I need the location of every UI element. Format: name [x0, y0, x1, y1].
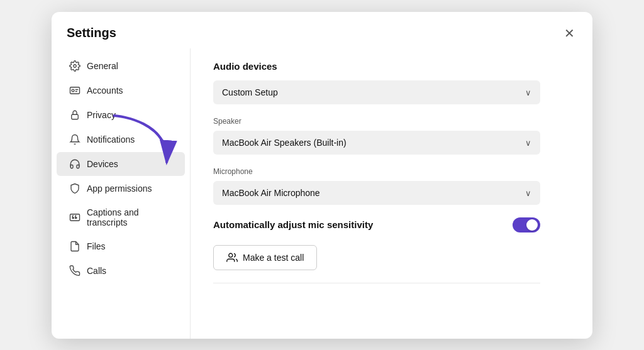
sidebar-label-files: Files: [87, 241, 106, 251]
headset-icon: [69, 158, 80, 170]
modal-title: Settings: [67, 26, 116, 40]
auto-adjust-label: Automatically adjust mic sensitivity: [213, 219, 373, 230]
sidebar-item-app-permissions[interactable]: App permissions: [57, 177, 185, 200]
test-call-label: Make a test call: [243, 253, 304, 263]
svg-rect-5: [72, 114, 79, 119]
sidebar-item-notifications[interactable]: Notifications: [57, 128, 185, 151]
shield-icon: [69, 183, 80, 194]
microphone-dropdown-wrapper: MacBook Air Microphone Default ∨: [213, 181, 540, 205]
sidebar-item-calls[interactable]: Calls: [57, 259, 185, 283]
toggle-slider: [513, 217, 540, 232]
lock-icon: [69, 109, 80, 121]
speaker-label: Speaker: [213, 117, 570, 126]
microphone-label: Microphone: [213, 167, 570, 176]
sidebar: General Accounts Privacy: [52, 48, 190, 339]
sidebar-item-accounts[interactable]: Accounts: [57, 79, 185, 102]
audio-device-dropdown-wrapper: Custom Setup Default ∨: [213, 80, 540, 104]
speaker-dropdown-wrapper: MacBook Air Speakers (Built-in) Default …: [213, 131, 540, 155]
file-icon: [69, 241, 80, 252]
svg-point-0: [74, 64, 77, 67]
sidebar-label-app-permissions: App permissions: [87, 183, 152, 194]
sidebar-item-privacy[interactable]: Privacy: [57, 103, 185, 127]
content-area: Audio devices Custom Setup Default ∨ Spe…: [190, 48, 592, 339]
sidebar-label-accounts: Accounts: [87, 85, 123, 96]
speaker-dropdown[interactable]: MacBook Air Speakers (Built-in) Default: [213, 131, 540, 155]
close-button[interactable]: ✕: [562, 25, 577, 42]
settings-modal: Settings ✕ General Accounts: [52, 12, 592, 339]
sidebar-label-notifications: Notifications: [87, 134, 135, 145]
cc-icon: [69, 212, 80, 223]
sidebar-label-devices: Devices: [87, 159, 118, 169]
sidebar-label-general: General: [87, 61, 118, 71]
sidebar-label-calls: Calls: [87, 266, 106, 276]
audio-device-dropdown[interactable]: Custom Setup Default: [213, 80, 540, 104]
phone-icon: [69, 265, 80, 276]
svg-rect-6: [70, 214, 80, 221]
sidebar-item-files[interactable]: Files: [57, 234, 185, 258]
bell-icon: [69, 134, 80, 145]
bottom-divider: [213, 283, 540, 283]
modal-body: General Accounts Privacy: [52, 48, 592, 339]
svg-point-2: [72, 89, 74, 92]
modal-header: Settings ✕: [52, 12, 592, 48]
test-call-icon: [226, 252, 238, 263]
auto-adjust-row: Automatically adjust mic sensitivity: [213, 217, 540, 232]
sidebar-label-captions: Captions and transcripts: [87, 207, 172, 227]
sidebar-item-captions[interactable]: Captions and transcripts: [57, 201, 185, 234]
sidebar-item-general[interactable]: General: [57, 54, 185, 78]
id-card-icon: [69, 85, 80, 96]
auto-adjust-toggle[interactable]: [513, 217, 540, 232]
sidebar-item-devices[interactable]: Devices: [57, 152, 185, 176]
test-call-button[interactable]: Make a test call: [213, 245, 317, 270]
gear-icon: [69, 60, 80, 72]
microphone-dropdown[interactable]: MacBook Air Microphone Default: [213, 181, 540, 205]
audio-devices-title: Audio devices: [213, 61, 570, 72]
svg-point-8: [229, 253, 233, 257]
sidebar-label-privacy: Privacy: [87, 110, 116, 120]
